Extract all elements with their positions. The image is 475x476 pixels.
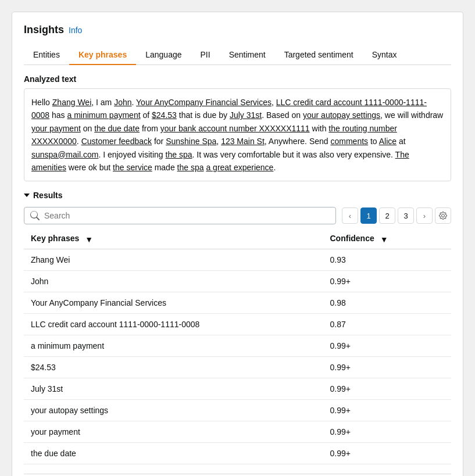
tab-entities[interactable]: Entities [24,45,69,65]
cell-phrase-5: $24.53 [24,356,323,378]
phrase-due-date: the due date [94,124,140,133]
phrase-customer-feedback: Customer feedback [81,137,152,146]
cell-confidence-2: 0.98 [323,292,452,313]
cell-confidence-3: 0.87 [323,313,452,335]
cell-confidence-6: 0.99+ [323,378,452,399]
search-input[interactable] [44,211,330,220]
table-row: your autopay settings 0.99+ [24,399,451,421]
cell-confidence-0: 0.93 [323,249,452,270]
info-link[interactable]: Info [69,26,82,35]
table-row: July 31st 0.99+ [24,378,451,399]
collapse-icon [24,194,30,197]
page-3-button[interactable]: 3 [398,207,414,224]
filter-confidence-icon[interactable]: ▼ [380,235,388,244]
cell-phrase-1: John [24,270,323,292]
cell-phrase-2: Your AnyCompany Financial Services [24,292,323,313]
settings-button[interactable] [435,207,451,224]
filter-key-phrases-icon[interactable]: ▼ [85,235,93,244]
col-header-key-phrases: Key phrases ▼ [24,229,323,249]
phrase-sunshine-spa: Sunshine Spa [166,137,216,146]
phrase-the-spa: the spa [166,150,192,159]
table-row: Your AnyCompany Financial Services 0.98 [24,292,451,313]
phrase-comments: comments [330,137,368,146]
phrase-july31: July 31st [230,110,262,120]
phrase-john: John [114,98,131,107]
phrase-alice: Alice [379,137,397,146]
header: Insights Info [24,24,451,36]
phrase-anycompany: Your AnyCompany Financial Services [136,98,272,107]
tab-language[interactable]: Language [136,45,191,65]
table-row: $24.53 0.99+ [24,356,451,378]
table-row: Zhang Wei 0.93 [24,249,451,270]
cell-phrase-0: Zhang Wei [24,249,323,270]
search-icon [30,211,40,220]
prev-page-button[interactable]: ‹ [342,207,358,224]
results-label: Results [33,191,63,200]
cell-phrase-6: July 31st [24,378,323,399]
pagination: ‹ 1 2 3 › [342,207,451,224]
next-page-button[interactable]: › [416,207,433,224]
phrase-great-experience: a great experience [206,163,273,172]
tab-targeted-sentiment[interactable]: Targeted sentiment [275,45,363,65]
cell-confidence-9: 0.99+ [323,442,452,464]
gear-icon [439,212,447,220]
cell-confidence-8: 0.99+ [323,421,452,442]
table-body: Zhang Wei 0.93 John 0.99+ Your AnyCompan… [24,249,451,464]
insights-card: Insights Info Entities Key phrases Langu… [12,12,463,476]
phrase-bank-account: your bank account number XXXXXX1111 [160,124,310,133]
table-row: LLC credit card account 1111-0000-1111-0… [24,313,451,335]
phrase-your-payment: your payment [31,124,81,133]
page-2-button[interactable]: 2 [379,207,395,224]
analyzed-text-section: Analyzed text Hello Zhang Wei, I am John… [24,74,451,181]
cell-phrase-3: LLC credit card account 1111-0000-1111-0… [24,313,323,335]
phrase-the-spa-2: the spa [177,163,204,172]
cell-phrase-8: your payment [24,421,323,442]
search-pagination-bar: ‹ 1 2 3 › [24,207,451,224]
cell-confidence-1: 0.99+ [323,270,452,292]
phrase-123-main: 123 Main St [221,137,265,146]
cell-confidence-4: 0.99+ [323,335,452,356]
table-row: a minimum payment 0.99+ [24,335,451,356]
table-row: John 0.99+ [24,270,451,292]
results-table: Key phrases ▼ Confidence ▼ Zhang Wei 0.9… [24,229,451,464]
cell-confidence-7: 0.99+ [323,399,452,421]
page-title: Insights [24,24,64,36]
table-header-row: Key phrases ▼ Confidence ▼ [24,229,451,249]
tab-pii[interactable]: PII [191,45,220,65]
cell-phrase-9: the due date [24,442,323,464]
col-header-confidence: Confidence ▼ [323,229,452,249]
page-1-button[interactable]: 1 [360,207,377,224]
search-wrapper [24,207,336,224]
tab-key-phrases[interactable]: Key phrases [69,45,136,65]
tabs-bar: Entities Key phrases Language PII Sentim… [24,45,451,65]
cell-phrase-7: your autopay settings [24,399,323,421]
analyzed-text-label: Analyzed text [24,74,451,84]
results-section: Results ‹ 1 2 3 › [24,191,451,464]
tab-sentiment[interactable]: Sentiment [220,45,275,65]
cell-confidence-5: 0.99+ [323,356,452,378]
cell-phrase-4: a minimum payment [24,335,323,356]
app-integration-section[interactable]: Application integration [24,474,451,476]
table-row: your payment 0.99+ [24,421,451,442]
results-header[interactable]: Results [24,191,451,200]
analyzed-text-box: Hello Zhang Wei, I am John. Your AnyComp… [24,88,451,181]
phrase-min-payment: a minimum payment [67,110,141,120]
phrase-autopay: your autopay settings [303,110,380,120]
phrase-zhang-wei: Zhang Wei [52,98,91,107]
phrase-service: the service [113,163,152,172]
phrase-email: sunspa@mail.com [31,150,98,159]
phrase-amount: $24.53 [152,110,177,120]
table-row: the due date 0.99+ [24,442,451,464]
tab-syntax[interactable]: Syntax [363,45,406,65]
